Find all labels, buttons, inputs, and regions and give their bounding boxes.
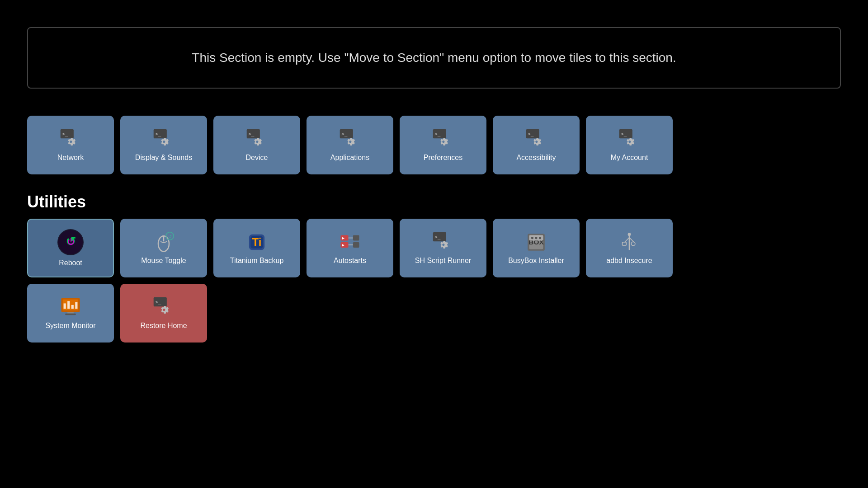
busybox-installer-icon: BOX: [525, 231, 547, 253]
display-sounds-label: Display & Sounds: [135, 154, 192, 162]
tile-reboot[interactable]: ↺ ⏻ Reboot: [27, 219, 114, 277]
svg-text:>_: >_: [434, 131, 441, 137]
svg-text:Ti: Ti: [252, 236, 262, 248]
my-account-label: My Account: [611, 154, 648, 162]
tile-busybox-installer[interactable]: BOX BusyBox Installer: [493, 219, 580, 277]
tile-display-sounds[interactable]: >_ Display & Sounds: [120, 116, 207, 174]
titanium-backup-icon: Ti: [246, 231, 268, 253]
restore-home-label: Restore Home: [140, 322, 187, 330]
autostarts-icon: [339, 231, 361, 253]
svg-point-40: [539, 237, 541, 239]
svg-rect-44: [623, 242, 627, 245]
svg-rect-29: [353, 242, 359, 248]
settings-row: >_ Network >_ Display & Sounds >_: [27, 116, 841, 174]
main-container: This Section is empty. Use "Move to Sect…: [0, 0, 868, 367]
tile-system-monitor[interactable]: System Monitor: [27, 284, 114, 343]
svg-text:>_: >_: [155, 299, 161, 305]
adbd-insecure-icon: [618, 231, 640, 253]
svg-rect-24: [340, 235, 348, 241]
sh-script-runner-label: SH Script Runner: [415, 257, 472, 265]
svg-rect-53: [75, 302, 77, 309]
empty-section-text: This Section is empty. Use "Move to Sect…: [192, 51, 676, 65]
tile-autostarts[interactable]: Autostarts: [307, 219, 393, 277]
tile-my-account[interactable]: >_ My Account: [586, 116, 673, 174]
svg-point-38: [531, 237, 533, 239]
svg-text:>_: >_: [341, 131, 348, 137]
empty-section-box: This Section is empty. Use "Move to Sect…: [27, 27, 841, 89]
tile-preferences[interactable]: >_ Preferences: [400, 116, 486, 174]
svg-text:⏻: ⏻: [67, 238, 74, 245]
sh-script-runner-icon: >_: [432, 231, 454, 253]
preferences-label: Preferences: [424, 154, 462, 162]
busybox-installer-label: BusyBox Installer: [508, 257, 564, 265]
device-icon: >_: [246, 128, 268, 150]
svg-text:>_: >_: [155, 131, 161, 137]
svg-rect-51: [67, 301, 70, 309]
tile-device[interactable]: >_ Device: [213, 116, 300, 174]
network-icon: >_: [60, 128, 81, 150]
svg-point-45: [631, 242, 635, 246]
svg-line-42: [625, 238, 629, 242]
network-label: Network: [57, 154, 84, 162]
device-label: Device: [246, 154, 268, 162]
applications-icon: >_: [339, 128, 361, 150]
svg-text:>_: >_: [434, 234, 441, 240]
tile-applications[interactable]: >_ Applications: [307, 116, 393, 174]
tile-network[interactable]: >_ Network: [27, 116, 114, 174]
svg-rect-28: [353, 235, 359, 241]
utilities-title: Utilities: [27, 192, 841, 211]
tile-restore-home[interactable]: >_ Restore Home: [120, 284, 207, 343]
tile-adbd-insecure[interactable]: adbd Insecure: [586, 219, 673, 277]
restore-home-icon: >_: [153, 296, 175, 318]
tile-mouse-toggle[interactable]: ↺ Mouse Toggle: [120, 219, 207, 277]
svg-text:>_: >_: [621, 131, 627, 137]
my-account-icon: >_: [618, 128, 640, 150]
adbd-insecure-label: adbd Insecure: [606, 257, 652, 265]
utilities-row-1: ↺ ⏻ Reboot ↺ Mouse Toggle Ti Titanium Ba…: [27, 219, 841, 277]
svg-text:>_: >_: [248, 131, 255, 137]
reboot-label: Reboot: [59, 259, 82, 267]
autostarts-label: Autostarts: [334, 257, 366, 265]
accessibility-icon: >_: [525, 128, 547, 150]
utilities-row-2: System Monitor >_ Restore Home: [27, 284, 841, 343]
titanium-backup-label: Titanium Backup: [230, 257, 284, 265]
svg-text:↺: ↺: [168, 234, 172, 239]
display-sounds-icon: >_: [153, 128, 175, 150]
svg-rect-50: [64, 303, 66, 309]
mouse-toggle-label: Mouse Toggle: [141, 257, 186, 265]
svg-point-39: [535, 237, 537, 239]
tile-titanium-backup[interactable]: Ti Titanium Backup: [213, 219, 300, 277]
svg-rect-25: [340, 242, 348, 248]
reboot-icon: ↺ ⏻: [57, 229, 84, 255]
svg-text:>_: >_: [62, 131, 68, 137]
svg-text:>_: >_: [528, 131, 534, 137]
accessibility-label: Accessibility: [516, 154, 556, 162]
mouse-toggle-icon: ↺: [153, 231, 175, 253]
system-monitor-label: System Monitor: [45, 322, 95, 330]
svg-rect-52: [71, 305, 74, 309]
tile-sh-script-runner[interactable]: >_ SH Script Runner: [400, 219, 486, 277]
svg-rect-55: [65, 314, 76, 315]
preferences-icon: >_: [432, 128, 454, 150]
tile-accessibility[interactable]: >_ Accessibility: [493, 116, 580, 174]
applications-label: Applications: [330, 154, 369, 162]
system-monitor-icon: [60, 296, 81, 318]
svg-rect-54: [67, 312, 74, 313]
utilities-section: Utilities ↺ ⏻ Reboot ↺ Mouse Toggle: [27, 192, 841, 343]
